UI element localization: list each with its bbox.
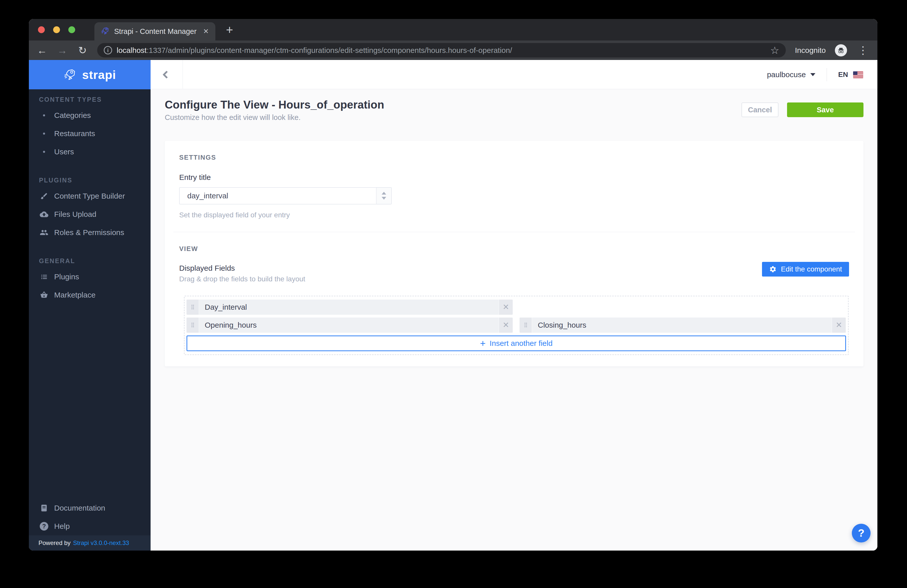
- remove-field-icon[interactable]: ✕: [498, 300, 513, 315]
- basket-icon: [38, 291, 50, 299]
- displayed-fields-header: Displayed Fields Drag & drop the fields …: [179, 264, 849, 283]
- configuration-card: SETTINGS Entry title day_interval Set th…: [165, 141, 864, 366]
- page-title: Configure The View - Hours_of_operation: [165, 98, 384, 111]
- drag-handle-icon[interactable]: [186, 300, 199, 315]
- tab-close-icon[interactable]: ✕: [203, 27, 209, 35]
- plus-icon: +: [480, 338, 486, 348]
- cloud-upload-icon: [38, 210, 50, 219]
- field-row: Opening_hours ✕ Closing_hours ✕: [186, 317, 846, 333]
- entry-title-select[interactable]: day_interval: [179, 187, 392, 204]
- strapi-app: strapi CONTENT TYPES Categories Restaura…: [29, 60, 877, 551]
- sidebar-section-content-types: CONTENT TYPES Categories Restaurants Use…: [29, 96, 151, 161]
- remove-field-icon[interactable]: ✕: [832, 317, 846, 333]
- header-right: paulbocuse EN: [767, 68, 863, 81]
- strapi-version-link[interactable]: Strapi v3.0.0-next.33: [73, 540, 129, 546]
- section-title: PLUGINS: [29, 176, 151, 184]
- us-flag-icon[interactable]: [853, 71, 863, 78]
- forward-icon[interactable]: →: [57, 45, 68, 55]
- page-title-row: Configure The View - Hours_of_operation …: [165, 98, 864, 122]
- brush-icon: [38, 192, 50, 200]
- drag-handle-icon[interactable]: [519, 317, 532, 333]
- list-icon: [38, 273, 50, 281]
- sidebar-item-roles-permissions[interactable]: Roles & Permissions: [29, 223, 151, 242]
- page-content: Configure The View - Hours_of_operation …: [151, 89, 877, 551]
- minimize-window-button[interactable]: [53, 26, 60, 33]
- sidebar: strapi CONTENT TYPES Categories Restaura…: [29, 60, 151, 551]
- users-icon: [38, 228, 50, 237]
- page-titles: Configure The View - Hours_of_operation …: [165, 98, 384, 122]
- insert-field-button[interactable]: + Insert another field: [186, 335, 846, 351]
- site-info-icon[interactable]: i: [104, 46, 112, 54]
- url-host: localhost: [117, 46, 146, 54]
- question-icon: ?: [38, 522, 50, 530]
- address-bar[interactable]: i localhost:1337/admin/plugins/content-m…: [97, 43, 786, 58]
- field-row: Day_interval ✕: [186, 300, 846, 315]
- back-button[interactable]: [151, 60, 183, 89]
- displayed-fields-label: Displayed Fields: [179, 264, 305, 272]
- displayed-fields-hint: Drag & drop the fields to build the layo…: [179, 275, 305, 283]
- bookmark-star-icon[interactable]: ☆: [770, 45, 779, 55]
- incognito-label: Incognito: [795, 46, 826, 54]
- field-pill-opening-hours[interactable]: Opening_hours ✕: [186, 317, 513, 333]
- entry-title-helper: Set the displayed field of your entry: [179, 211, 849, 219]
- url-path: :1337/admin/plugins/content-manager/ctm-…: [146, 46, 512, 54]
- select-stepper-icon: [376, 188, 391, 204]
- page-subtitle: Customize how the edit view will look li…: [165, 113, 384, 122]
- chevron-left-icon: [162, 70, 170, 79]
- strapi-rocket-icon: [64, 68, 77, 81]
- sidebar-item-help[interactable]: ? Help: [29, 517, 151, 535]
- card-divider: [173, 232, 855, 232]
- entry-title-label: Entry title: [179, 173, 849, 182]
- maximize-window-button[interactable]: [68, 26, 75, 33]
- user-menu[interactable]: paulbocuse: [767, 70, 806, 79]
- reload-icon[interactable]: ↻: [77, 45, 88, 55]
- remove-field-icon[interactable]: ✕: [498, 317, 513, 333]
- sidebar-item-content-type-builder[interactable]: Content Type Builder: [29, 187, 151, 205]
- header-vertical-divider: [827, 68, 827, 81]
- cancel-button[interactable]: Cancel: [742, 103, 779, 117]
- view-section-label: VIEW: [179, 245, 849, 253]
- field-label: Closing_hours: [532, 317, 832, 333]
- save-button[interactable]: Save: [787, 103, 864, 117]
- back-icon[interactable]: ←: [37, 45, 48, 55]
- settings-section-label: SETTINGS: [179, 141, 849, 162]
- page-actions: Cancel Save: [742, 103, 864, 117]
- sidebar-item-files-upload[interactable]: Files Upload: [29, 205, 151, 223]
- field-pill-day-interval[interactable]: Day_interval ✕: [186, 300, 513, 315]
- header-divider: [183, 60, 183, 89]
- main-area: paulbocuse EN Configure The View - Hours…: [151, 60, 877, 551]
- sidebar-section-plugins: PLUGINS Content Type Builder Files Uploa…: [29, 176, 151, 242]
- strapi-logo[interactable]: strapi: [29, 60, 151, 89]
- url-text: localhost:1337/admin/plugins/content-man…: [117, 46, 766, 54]
- sidebar-item-marketplace[interactable]: Marketplace: [29, 286, 151, 304]
- sidebar-item-restaurants[interactable]: Restaurants: [29, 125, 151, 143]
- browser-menu-icon[interactable]: ⋮: [858, 45, 868, 56]
- dot-icon: [38, 151, 50, 153]
- drag-handle-icon[interactable]: [186, 317, 199, 333]
- browser-tab-strip: Strapi - Content Manager ✕ +: [29, 19, 877, 40]
- app-header: paulbocuse EN: [151, 60, 877, 89]
- new-tab-button[interactable]: +: [226, 24, 233, 36]
- sidebar-section-general: GENERAL Plugins Marketplace: [29, 257, 151, 304]
- help-fab-button[interactable]: ?: [852, 524, 870, 542]
- browser-window: Strapi - Content Manager ✕ + ← → ↻ i loc…: [29, 19, 877, 551]
- incognito-icon: [835, 44, 847, 56]
- browser-toolbar: ← → ↻ i localhost:1337/admin/plugins/con…: [29, 40, 877, 60]
- caret-down-icon[interactable]: [810, 73, 816, 76]
- sidebar-item-categories[interactable]: Categories: [29, 106, 151, 125]
- section-title: CONTENT TYPES: [29, 96, 151, 103]
- sidebar-footer: Documentation ? Help Powered by Strapi v…: [29, 499, 151, 551]
- close-window-button[interactable]: [38, 26, 45, 33]
- book-icon: [38, 504, 50, 512]
- fields-drop-zone: Day_interval ✕ Opening_hours ✕: [184, 296, 849, 355]
- field-label: Opening_hours: [199, 317, 498, 333]
- sidebar-item-plugins[interactable]: Plugins: [29, 268, 151, 286]
- field-pill-closing-hours[interactable]: Closing_hours ✕: [519, 317, 846, 333]
- browser-tab[interactable]: Strapi - Content Manager ✕: [95, 22, 215, 40]
- locale-switcher[interactable]: EN: [838, 70, 848, 79]
- sidebar-item-documentation[interactable]: Documentation: [29, 499, 151, 517]
- window-controls: [38, 26, 75, 33]
- dot-icon: [38, 114, 50, 116]
- edit-component-button[interactable]: Edit the component: [762, 262, 849, 277]
- sidebar-item-users[interactable]: Users: [29, 143, 151, 161]
